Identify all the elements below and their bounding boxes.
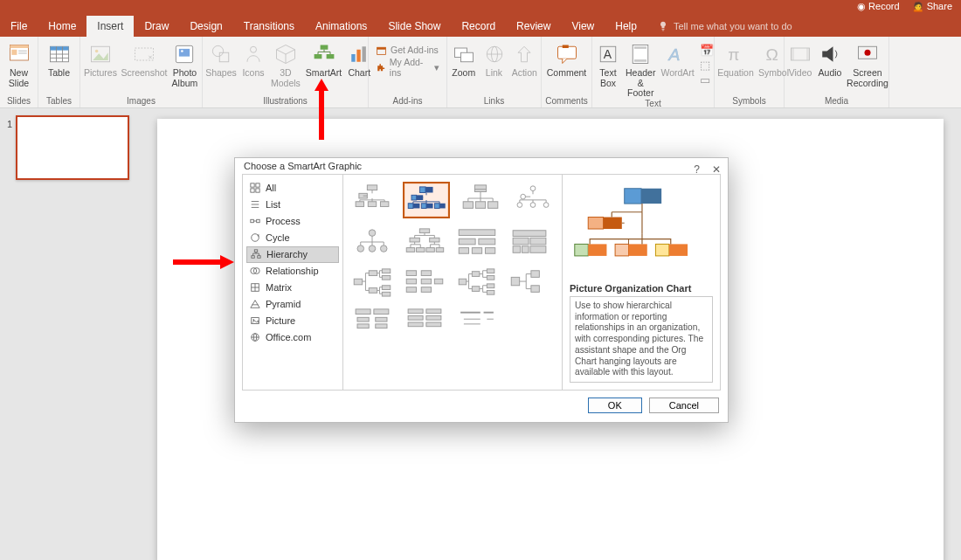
comment-button[interactable]: Comment: [545, 38, 588, 79]
layout-picture-org-chart[interactable]: [403, 182, 450, 218]
zoom-icon: [452, 42, 476, 66]
record-button[interactable]: ◉ Record: [857, 1, 900, 12]
svg-rect-104: [406, 247, 414, 252]
cat-cycle[interactable]: Cycle: [246, 230, 339, 246]
layout-circle-picture-hier[interactable]: [350, 225, 394, 259]
svg-rect-129: [406, 287, 416, 292]
dialog-title-bar[interactable]: Choose a SmartArt Graphic ? ✕: [235, 158, 728, 174]
svg-point-47: [865, 50, 871, 56]
object-icon[interactable]: ▭: [700, 73, 714, 86]
photo-album-button[interactable]: PhotoAlbum: [171, 38, 198, 88]
slidenum-icon[interactable]: ⬚: [700, 59, 714, 72]
layout-architecture[interactable]: [455, 306, 499, 339]
hierarchy-icon: [251, 249, 261, 259]
tab-record[interactable]: Record: [451, 16, 506, 37]
cat-process[interactable]: Process: [246, 213, 339, 230]
tab-insert[interactable]: Insert: [86, 16, 134, 37]
group-slides-label: Slides: [3, 96, 34, 107]
layout-horizontal-labeled[interactable]: [508, 266, 551, 299]
screen-recording-button[interactable]: ScreenRecording: [847, 38, 888, 88]
tab-help[interactable]: Help: [605, 16, 647, 37]
tab-review[interactable]: Review: [506, 16, 561, 37]
tab-draw[interactable]: Draw: [134, 16, 179, 37]
smartart-button[interactable]: SmartArt: [306, 38, 342, 79]
layout-name-title-org[interactable]: [459, 182, 502, 215]
svg-point-93: [517, 202, 522, 207]
layout-lined-list[interactable]: [403, 306, 446, 339]
tab-slideshow[interactable]: Slide Show: [377, 16, 451, 37]
tab-view[interactable]: View: [561, 16, 605, 37]
layout-horizontal-hierarchy[interactable]: [455, 266, 499, 299]
tab-home[interactable]: Home: [38, 16, 86, 37]
picture-icon: [250, 315, 260, 326]
video-button[interactable]: Video: [788, 38, 812, 79]
svg-rect-141: [511, 277, 519, 285]
svg-point-99: [369, 245, 376, 252]
layout-horizontal-org[interactable]: [350, 266, 394, 299]
cat-relationship[interactable]: Relationship: [246, 263, 339, 280]
table-icon: [47, 42, 72, 66]
layout-hierarchy[interactable]: [403, 225, 446, 259]
new-slide-button[interactable]: NewSlide: [3, 38, 34, 88]
zoom-button[interactable]: Zoom: [451, 38, 477, 79]
svg-rect-34: [562, 45, 568, 49]
layout-half-circle-org[interactable]: [511, 182, 555, 215]
svg-rect-101: [419, 229, 429, 233]
cat-pyramid[interactable]: Pyramid: [246, 296, 339, 313]
svg-rect-4: [18, 52, 27, 53]
icons-button[interactable]: Icons: [241, 38, 266, 79]
screenshot-button[interactable]: Screenshot: [122, 38, 166, 79]
svg-rect-134: [459, 279, 467, 285]
layout-table-hierarchy[interactable]: [508, 225, 551, 259]
tab-file[interactable]: File: [0, 16, 38, 37]
layout-org-chart[interactable]: [350, 182, 394, 215]
audio-button[interactable]: Audio: [818, 38, 842, 79]
slide-thumbnail-1[interactable]: [16, 115, 129, 180]
svg-rect-24: [357, 50, 361, 62]
my-addins-button[interactable]: My Add-ins ▾: [372, 59, 443, 75]
svg-rect-15: [179, 49, 190, 57]
cat-officecom[interactable]: Office.com: [246, 329, 339, 346]
3d-models-button[interactable]: 3DModels: [271, 38, 301, 88]
svg-rect-121: [369, 271, 377, 276]
textbox-button[interactable]: ATextBox: [596, 38, 620, 88]
link-button[interactable]: Link: [482, 38, 507, 79]
dialog-help-button[interactable]: ?: [694, 163, 700, 176]
action-button[interactable]: Action: [512, 38, 538, 79]
share-button[interactable]: 🙍 Share: [912, 1, 952, 12]
equation-button[interactable]: πEquation: [718, 38, 753, 79]
cat-picture[interactable]: Picture: [246, 313, 339, 329]
tab-transitions[interactable]: Transitions: [233, 16, 305, 37]
svg-text:Ω: Ω: [765, 45, 778, 64]
svg-rect-55: [251, 220, 253, 223]
grid-icon: [250, 183, 260, 193]
svg-rect-164: [604, 217, 622, 229]
cat-matrix[interactable]: Matrix: [246, 280, 339, 296]
cat-list[interactable]: List: [246, 197, 339, 213]
table-button[interactable]: Table: [42, 38, 76, 79]
pictures-button[interactable]: Pictures: [84, 38, 117, 79]
tab-animations[interactable]: Animations: [305, 16, 377, 37]
cycle-icon: [250, 232, 260, 243]
layout-labeled-hierarchy[interactable]: [455, 225, 499, 259]
svg-rect-107: [436, 247, 444, 252]
shapes-button[interactable]: Shapes: [206, 38, 236, 79]
dialog-close-button[interactable]: ✕: [712, 163, 721, 176]
tab-design[interactable]: Design: [179, 16, 232, 37]
svg-rect-20: [320, 45, 328, 50]
cat-all[interactable]: All: [246, 180, 339, 197]
cancel-button[interactable]: Cancel: [649, 398, 719, 413]
date-icon[interactable]: 📅: [700, 44, 714, 57]
svg-rect-29: [460, 52, 473, 62]
header-footer-button[interactable]: Header& Footer: [626, 38, 655, 99]
cat-hierarchy[interactable]: Hierarchy: [246, 246, 339, 263]
slide-thumbnails-panel[interactable]: 1: [0, 108, 140, 560]
layout-hierarchy-list[interactable]: [350, 306, 394, 339]
wordart-button[interactable]: AWordArt: [660, 38, 694, 79]
get-addins-button[interactable]: Get Add-ins: [372, 42, 443, 58]
layout-horizontal-multi[interactable]: [403, 266, 446, 299]
ok-button[interactable]: OK: [588, 398, 642, 413]
tell-me-search[interactable]: Tell me what you want to do: [658, 21, 792, 31]
svg-point-12: [95, 50, 99, 53]
svg-rect-113: [485, 247, 494, 253]
